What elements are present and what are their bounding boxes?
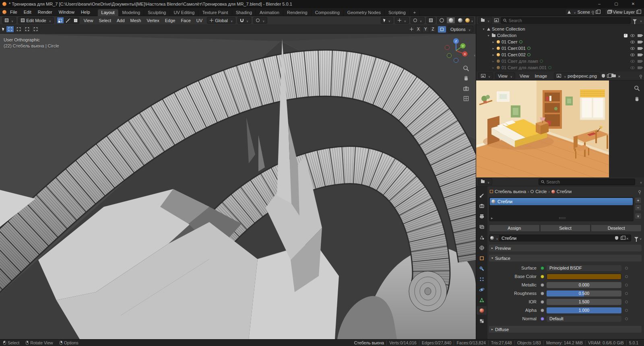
outliner-row-light-5[interactable]: ▸ 01 Свет для ламп.001 <box>476 64 644 71</box>
workspace-tab-texture-paint[interactable]: Texture Paint <box>198 9 232 16</box>
breadcrumb-object[interactable]: Стебель вьюна <box>495 189 526 194</box>
disable-render-icon[interactable] <box>638 60 642 63</box>
outliner-filter-dropdown[interactable] <box>639 18 642 23</box>
close-button[interactable]: ✕ <box>625 0 642 8</box>
menu-help[interactable]: Help <box>78 9 93 15</box>
tab-material[interactable] <box>477 306 487 315</box>
minimize-button[interactable]: – <box>591 0 608 8</box>
properties-editor-type-button[interactable] <box>478 178 492 185</box>
outliner-row-scene-collection[interactable]: ▾ Scene Collection <box>476 26 644 32</box>
face-select-button[interactable] <box>72 17 79 24</box>
breadcrumb-data[interactable]: Circle <box>535 189 547 194</box>
shading-solid-button[interactable] <box>446 17 455 24</box>
menu-select[interactable]: Select <box>96 18 114 23</box>
resize-grip[interactable] <box>559 217 566 219</box>
hide-eye-icon[interactable] <box>630 54 635 56</box>
tab-output[interactable] <box>477 212 487 220</box>
tab-world[interactable] <box>477 243 487 252</box>
disable-render-icon[interactable] <box>638 54 642 56</box>
menu-view[interactable]: View <box>81 18 96 23</box>
workspace-tab-modeling[interactable]: Modeling <box>119 9 144 16</box>
pin-icon[interactable] <box>640 75 642 77</box>
tab-physics[interactable] <box>477 285 487 294</box>
outliner-search-input[interactable] <box>509 18 628 23</box>
xray-toggle[interactable] <box>426 17 436 24</box>
properties-options-dropdown[interactable] <box>639 179 642 184</box>
tab-particles[interactable] <box>477 275 487 283</box>
hide-eye-icon[interactable] <box>630 34 635 37</box>
workspace-tab-compositing[interactable]: Compositing <box>312 9 344 16</box>
outliner-row-light-2[interactable]: ▸ 01 Свет.001 <box>476 45 644 51</box>
zoom-icon[interactable] <box>463 65 469 72</box>
menu-face[interactable]: Face <box>178 18 193 23</box>
add-workspace-button[interactable]: + <box>410 9 420 16</box>
editor-type-button[interactable] <box>2 17 16 24</box>
vertex-select-button[interactable] <box>57 17 64 24</box>
menu-uv[interactable]: UV <box>194 18 205 23</box>
view-layer-new-icon[interactable] <box>636 10 639 14</box>
duplicate-image-icon[interactable] <box>607 74 610 78</box>
tab-object[interactable] <box>477 254 487 262</box>
workspace-tab-uv-editing[interactable]: UV Editing <box>170 9 198 16</box>
outliner-search[interactable] <box>501 17 631 24</box>
select-subtract-button[interactable] <box>23 26 31 33</box>
tab-tool[interactable] <box>477 191 487 200</box>
unlink-material-icon[interactable] <box>626 236 629 241</box>
mirror-x-button[interactable]: X <box>415 26 422 33</box>
fake-user-icon[interactable] <box>602 74 605 78</box>
menu-window[interactable]: Window <box>56 9 77 15</box>
decorator-dot[interactable] <box>625 275 628 278</box>
add-slot-button[interactable]: + <box>635 197 642 204</box>
unlink-image-icon[interactable] <box>618 74 621 78</box>
tab-view-layer[interactable] <box>477 222 487 231</box>
pan-hand-icon[interactable] <box>634 96 640 102</box>
selectability-dropdown[interactable] <box>381 17 393 24</box>
metallic-slider[interactable]: 0.000 <box>547 282 621 288</box>
collection-checkbox[interactable] <box>624 34 627 37</box>
open-image-icon[interactable] <box>612 74 616 77</box>
workspace-tab-shading[interactable]: Shading <box>232 9 256 16</box>
select-button[interactable]: Select <box>540 224 591 232</box>
disable-render-icon[interactable] <box>638 47 642 50</box>
select-intersect-button[interactable] <box>31 26 39 33</box>
zoom-icon[interactable] <box>634 85 640 91</box>
hide-eye-icon[interactable] <box>630 41 635 43</box>
select-extend-button[interactable] <box>14 26 23 33</box>
gizmos-dropdown[interactable] <box>395 17 409 24</box>
image-datablock[interactable]: референс.png <box>554 72 600 79</box>
material-slot-list[interactable]: Стебли ▸ <box>489 197 634 221</box>
scene-selector[interactable]: Scene <box>565 9 601 15</box>
breadcrumb-material[interactable]: Стебли <box>557 189 572 194</box>
select-new-button[interactable] <box>6 26 14 33</box>
decorator-dot[interactable] <box>625 309 628 312</box>
toggle-grid-icon[interactable] <box>463 95 469 102</box>
deselect-button[interactable]: Deselect <box>591 224 642 232</box>
shading-rendered-button[interactable] <box>465 17 474 24</box>
hide-eye-icon[interactable] <box>630 60 635 63</box>
maximize-button[interactable]: ▢ <box>608 0 625 8</box>
fake-user-icon[interactable] <box>615 236 618 240</box>
menu-add[interactable]: Add <box>114 18 127 23</box>
decorator-dot[interactable] <box>625 317 628 320</box>
disable-render-icon[interactable] <box>638 66 642 69</box>
mirror-z-button[interactable]: Z <box>429 26 436 33</box>
diffuse-panel-header[interactable]: ▸ Diffuse <box>489 326 642 333</box>
remove-slot-button[interactable]: − <box>635 204 642 211</box>
edge-select-button[interactable] <box>64 17 72 24</box>
hide-eye-icon[interactable] <box>630 47 635 50</box>
image-editor-type-button[interactable] <box>478 72 493 79</box>
outliner-filter-icon[interactable] <box>633 19 637 22</box>
assign-button[interactable]: Assign <box>489 224 540 232</box>
menu-render[interactable]: Render <box>35 9 55 15</box>
transform-orientation-dropdown[interactable]: Global <box>207 17 235 24</box>
material-slot-selected[interactable]: Стебли <box>490 198 633 205</box>
view-layer-selector[interactable]: View Layer <box>605 9 642 15</box>
outliner-row-collection[interactable]: ▾ Collection <box>476 32 644 39</box>
menu-mesh[interactable]: Mesh <box>128 18 144 23</box>
shading-wireframe-button[interactable] <box>437 17 446 24</box>
workspace-tab-rendering[interactable]: Rendering <box>283 9 312 16</box>
overlays-dropdown[interactable] <box>411 17 425 24</box>
outliner-editor-type-button[interactable] <box>478 17 492 24</box>
menu-file[interactable]: File <box>7 9 20 15</box>
alpha-slider[interactable]: 1.000 <box>547 307 621 313</box>
